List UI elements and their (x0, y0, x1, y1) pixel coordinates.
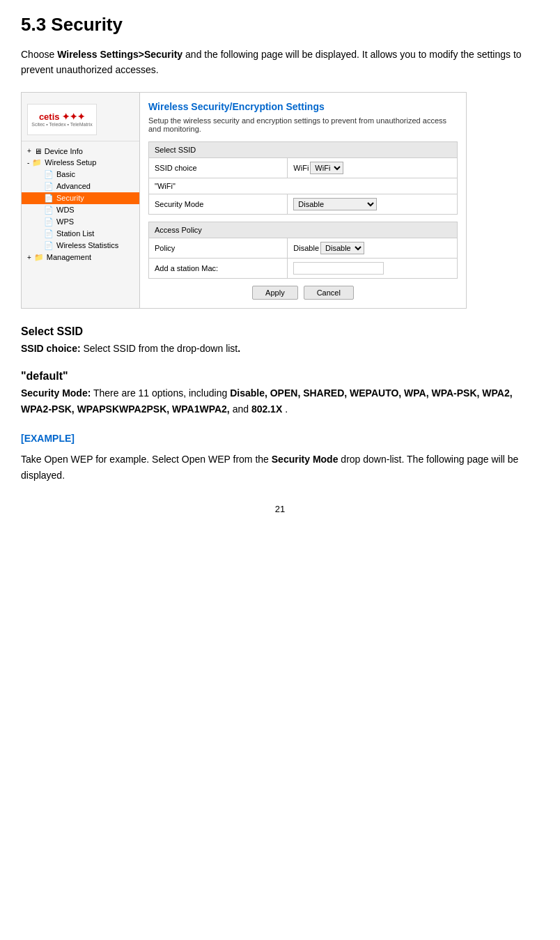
intro-bold: Wireless Settings>Security (57, 49, 182, 60)
expand-icon-management: + (27, 254, 31, 261)
security-options-period: . (285, 403, 288, 415)
cancel-button[interactable]: Cancel (304, 286, 354, 300)
basic-icon: 📄 (44, 170, 54, 179)
expand-icon-device-info: + (27, 147, 31, 155)
sidebar-label-wireless-stats: Wireless Statistics (56, 241, 118, 249)
panel-description: Setup the wireless security and encrypti… (148, 116, 458, 133)
apply-button[interactable]: Apply (252, 286, 298, 300)
intro-text-before: Choose (21, 49, 57, 60)
example-security-mode-bold: Security Mode (272, 454, 339, 465)
ssid-choice-text: Select SSID from the drop-down list. (83, 343, 240, 354)
ssid-choice-description: SSID choice: Select SSID from the drop-d… (21, 341, 539, 356)
mac-address-input[interactable] (293, 262, 384, 275)
settings-table: Select SSID SSID choice WiFi WiFi "WiFi"… (148, 141, 458, 215)
logo-sub: Scitec • Teledex • TeleMatrix (31, 122, 93, 127)
security-mode-dropdown[interactable]: Disable OPEN SHARED WEPAUTO WPA WPA-PSK … (293, 198, 377, 210)
button-row: Apply Cancel (148, 286, 458, 300)
policy-value-text: Disable (293, 244, 319, 252)
sidebar-item-wireless-stats[interactable]: 📄 Wireless Statistics (22, 240, 139, 252)
access-policy-header-cell: Access Policy (149, 222, 458, 238)
security-mode-value-cell: Disable OPEN SHARED WEPAUTO WPA WPA-PSK … (288, 194, 458, 214)
page-title: 5.3 Security (21, 14, 539, 36)
sidebar-label-basic: Basic (56, 170, 75, 178)
sidebar-label-wds: WDS (56, 206, 75, 214)
mac-input-cell (288, 258, 458, 278)
main-panel: Wireless Security/Encryption Settings Se… (140, 93, 466, 308)
sidebar: cetis ✦✦✦ Scitec • Teledex • TeleMatrix … (22, 93, 140, 308)
security-icon: 📄 (44, 194, 54, 203)
policy-row: Policy Disable Disable (149, 238, 458, 258)
wireless-stats-icon: 📄 (44, 241, 54, 250)
sidebar-item-wps[interactable]: 📄 WPS (22, 216, 139, 228)
advanced-icon: 📄 (44, 182, 54, 191)
sidebar-label-security: Security (56, 194, 84, 202)
device-info-icon: 🖥 (34, 147, 42, 155)
ssid-select-wrapper: WiFi WiFi (293, 162, 343, 174)
intro-paragraph: Choose Wireless Settings>Security and th… (21, 47, 539, 78)
security-mode-row: Security Mode Disable OPEN SHARED WEPAUT… (149, 194, 458, 214)
logo-box: cetis ✦✦✦ Scitec • Teledex • TeleMatrix (27, 104, 97, 135)
sidebar-label-wireless-setup: Wireless Setup (45, 158, 96, 167)
example-heading-para: [EXAMPLE] (21, 431, 539, 446)
example-section: [EXAMPLE] Take Open WEP for example. Sel… (21, 431, 539, 483)
wds-icon: 📄 (44, 206, 54, 215)
default-section: "default" Security Mode: There are 11 op… (21, 370, 539, 417)
mac-label-cell: Add a station Mac: (149, 258, 288, 278)
station-list-icon: 📄 (44, 229, 54, 238)
sidebar-item-security[interactable]: 📄 Security (22, 192, 139, 204)
example-text-before: Take Open WEP for example. Select Open W… (21, 454, 272, 465)
ssid-value-text: WiFi (293, 164, 309, 172)
wireless-setup-icon: 📁 (32, 158, 42, 167)
security-mode-description: Security Mode: There are 11 options, inc… (21, 385, 539, 417)
ssid-dropdown[interactable]: WiFi (310, 162, 343, 174)
access-policy-header-row: Access Policy (149, 222, 458, 238)
sidebar-item-wireless-setup[interactable]: - 📁 Wireless Setup (22, 157, 139, 169)
security-mode-text: There are 11 options, including (93, 387, 230, 399)
page-number: 21 (21, 504, 539, 514)
sidebar-label-station-list: Station List (56, 229, 94, 238)
policy-label-cell: Policy (149, 238, 288, 258)
sidebar-label-device-info: Device Info (45, 147, 83, 155)
ssid-display-cell: "WiFi" (149, 178, 458, 194)
sidebar-label-wps: WPS (56, 217, 74, 226)
logo-brand: cetis ✦✦✦ (39, 111, 85, 122)
ssid-choice-label-cell: SSID choice (149, 157, 288, 178)
wps-icon: 📄 (44, 217, 54, 226)
security-mode-label-cell: Security Mode (149, 194, 288, 214)
sidebar-item-station-list[interactable]: 📄 Station List (22, 228, 139, 240)
default-heading: "default" (21, 370, 539, 383)
ssid-header-cell: Select SSID (149, 141, 458, 157)
sidebar-item-basic[interactable]: 📄 Basic (22, 169, 139, 180)
ssid-choice-row: SSID choice WiFi WiFi (149, 157, 458, 178)
panel-title: Wireless Security/Encryption Settings (148, 101, 458, 112)
ssid-choice-value-cell: WiFi WiFi (288, 157, 458, 178)
select-ssid-heading: Select SSID (21, 325, 539, 338)
example-label: [EXAMPLE] (21, 433, 75, 444)
ssid-choice-bold: SSID choice: (21, 343, 81, 354)
sidebar-item-device-info[interactable]: + 🖥 Device Info (22, 146, 139, 157)
management-icon: 📁 (34, 253, 44, 262)
expand-icon-wireless: - (27, 159, 29, 167)
security-8021x-bold: 802.1X (251, 403, 282, 415)
ssid-display-row: "WiFi" (149, 178, 458, 194)
example-description: Take Open WEP for example. Select Open W… (21, 452, 539, 483)
ssid-header-row: Select SSID (149, 141, 458, 157)
select-ssid-section: Select SSID SSID choice: Select SSID fro… (21, 325, 539, 356)
security-options-and: and (233, 403, 251, 415)
policy-value-cell: Disable Disable (288, 238, 458, 258)
policy-select-wrapper: Disable Disable (293, 242, 364, 254)
security-mode-bold: Security Mode: (21, 387, 91, 399)
sidebar-label-management: Management (47, 253, 91, 261)
sidebar-item-wds[interactable]: 📄 WDS (22, 204, 139, 216)
sidebar-item-management[interactable]: + 📁 Management (22, 252, 139, 263)
sidebar-item-advanced[interactable]: 📄 Advanced (22, 180, 139, 192)
policy-dropdown[interactable]: Disable (320, 242, 364, 254)
mac-row: Add a station Mac: (149, 258, 458, 278)
sidebar-label-advanced: Advanced (56, 182, 91, 190)
device-panel: cetis ✦✦✦ Scitec • Teledex • TeleMatrix … (21, 92, 467, 309)
logo-area: cetis ✦✦✦ Scitec • Teledex • TeleMatrix (22, 98, 139, 141)
access-policy-table: Access Policy Policy Disable Disable Add… (148, 222, 458, 279)
